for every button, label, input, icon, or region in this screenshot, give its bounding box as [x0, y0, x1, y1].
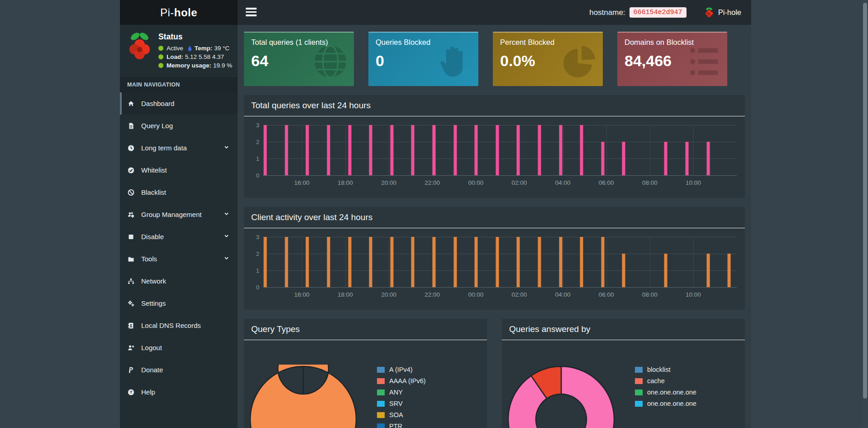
- legend-label: AAAA (IPv6): [389, 377, 426, 385]
- sidebar-item-logout[interactable]: Logout: [120, 337, 238, 359]
- bar[interactable]: [390, 125, 393, 175]
- bar[interactable]: [706, 254, 710, 287]
- bar[interactable]: [369, 125, 372, 175]
- bar[interactable]: [306, 125, 309, 175]
- temperature-drop-icon: [187, 45, 192, 52]
- bar[interactable]: [285, 237, 288, 287]
- bar[interactable]: [538, 237, 541, 287]
- bar[interactable]: [706, 142, 710, 175]
- svg-text:?: ?: [130, 390, 133, 394]
- bar[interactable]: [390, 237, 393, 287]
- bar[interactable]: [327, 125, 330, 175]
- legend-item[interactable]: A (IPv4): [377, 366, 426, 373]
- top-navbar: hostname: 666154e2d947 Pi-hole: [238, 0, 751, 25]
- bar[interactable]: [622, 254, 625, 287]
- bar[interactable]: [664, 142, 668, 175]
- bar[interactable]: [327, 237, 330, 287]
- bar[interactable]: [453, 125, 457, 175]
- sidebar-item-dashboard[interactable]: Dashboard: [120, 92, 238, 115]
- sidebar-item-network[interactable]: Network: [120, 270, 238, 292]
- bar[interactable]: [517, 125, 520, 175]
- legend-label: SRV: [389, 400, 403, 407]
- bar[interactable]: [559, 125, 562, 175]
- client-activity-panel: Client activity over last 24 hours 32101…: [244, 207, 745, 310]
- sidebar-item-group-management[interactable]: Group Management: [120, 203, 238, 226]
- bar[interactable]: [496, 237, 499, 287]
- bar[interactable]: [264, 237, 267, 287]
- bar[interactable]: [453, 237, 457, 287]
- chevron-down-icon: [223, 210, 230, 217]
- legend-item[interactable]: one.one.one.one: [635, 389, 696, 396]
- bar[interactable]: [306, 237, 309, 287]
- page-scrollbar[interactable]: [862, 0, 868, 428]
- bar[interactable]: [348, 237, 351, 287]
- sidebar-item-query-log[interactable]: Query Log: [120, 115, 238, 137]
- sidebar-item-long-term-data[interactable]: Long term data: [120, 137, 238, 159]
- brand-prefix: Pi-: [160, 6, 174, 19]
- query-types-chart[interactable]: A (IPv4)AAAA (IPv6)ANYSRVSOAPTRTXTNAPTR: [244, 340, 487, 428]
- total-queries-chart[interactable]: 321016:0018:0020:0022:0000:0002:0004:000…: [244, 116, 745, 198]
- scrollbar-thumb[interactable]: [863, 3, 867, 399]
- bar[interactable]: [686, 142, 689, 175]
- sidebar-item-tools[interactable]: Tools: [120, 248, 238, 270]
- bar[interactable]: [348, 125, 351, 175]
- sidebar-logo[interactable]: Pi-hole: [120, 0, 238, 25]
- sidebar-item-blacklist[interactable]: Blacklist: [120, 181, 238, 203]
- bar[interactable]: [475, 125, 478, 175]
- bar[interactable]: [601, 237, 604, 287]
- main-content: Total queries (1 clients)64Queries Block…: [238, 25, 751, 428]
- bar[interactable]: [601, 142, 604, 175]
- legend-item[interactable]: AAAA (IPv6): [377, 377, 426, 385]
- sidebar-item-settings[interactable]: Settings: [120, 292, 238, 314]
- donut-row: Query Types A (IPv4)AAAA (IPv6)ANYSRVSOA…: [244, 310, 745, 428]
- queries-answered-chart[interactable]: blocklistcacheone.one.one.oneone.one.one…: [502, 340, 745, 428]
- card-total-queries-1-clients-[interactable]: Total queries (1 clients)64: [244, 32, 354, 86]
- bar[interactable]: [432, 125, 435, 175]
- legend-item[interactable]: SOA: [377, 411, 426, 418]
- bar[interactable]: [664, 254, 668, 287]
- sidebar-item-disable[interactable]: Disable: [120, 226, 238, 248]
- bar[interactable]: [580, 125, 583, 175]
- bar[interactable]: [411, 237, 415, 287]
- bar[interactable]: [475, 237, 478, 287]
- bar[interactable]: [432, 237, 435, 287]
- total-queries-panel: Total queries over last 24 hours 321016:…: [244, 95, 745, 198]
- bar[interactable]: [285, 125, 288, 175]
- sidebar-item-whitelist[interactable]: Whitelist: [120, 159, 238, 181]
- gridline: [302, 125, 302, 175]
- hamburger-menu-icon[interactable]: [246, 8, 257, 17]
- bar[interactable]: [580, 237, 583, 287]
- legend-swatch: [635, 401, 643, 407]
- legend-item[interactable]: cache: [635, 377, 696, 385]
- card-domains-on-blocklist[interactable]: Domains on Blocklist84,466: [617, 32, 727, 86]
- bar[interactable]: [264, 125, 267, 175]
- card-percent-blocked[interactable]: Percent Blocked0.0%: [493, 32, 603, 86]
- bar[interactable]: [496, 125, 499, 175]
- bar[interactable]: [622, 142, 625, 175]
- x-axis-tick: 22:00: [424, 291, 440, 298]
- bar[interactable]: [728, 254, 731, 287]
- x-axis-tick: 00:00: [468, 179, 483, 186]
- sidebar-item-local-dns-records[interactable]: Local DNS Records: [120, 314, 238, 337]
- gridline: [345, 125, 346, 175]
- legend-item[interactable]: SRV: [377, 400, 426, 407]
- legend-swatch: [377, 390, 385, 395]
- bar[interactable]: [517, 237, 520, 287]
- client-activity-chart[interactable]: 321016:0018:0020:0022:0000:0002:0004:000…: [244, 228, 745, 310]
- legend-item[interactable]: ANY: [377, 389, 426, 396]
- sidebar-item-label: Local DNS Records: [141, 322, 201, 329]
- legend-item[interactable]: PTR: [377, 423, 426, 428]
- gridline: [302, 237, 302, 287]
- status-load-row: Load: 5.12 5.58 4.37: [158, 53, 232, 60]
- bar[interactable]: [538, 125, 541, 175]
- gridline: [693, 125, 694, 175]
- card-queries-blocked[interactable]: Queries Blocked0: [368, 32, 478, 86]
- legend-item[interactable]: one.one.one.one: [635, 400, 696, 407]
- load-label: Load:: [167, 53, 183, 60]
- bar[interactable]: [411, 125, 415, 175]
- bar[interactable]: [369, 237, 372, 287]
- legend-item[interactable]: blocklist: [635, 366, 696, 373]
- sidebar-item-donate[interactable]: Donate: [120, 359, 238, 381]
- sidebar-item-help[interactable]: ?Help: [120, 381, 238, 403]
- bar[interactable]: [559, 237, 562, 287]
